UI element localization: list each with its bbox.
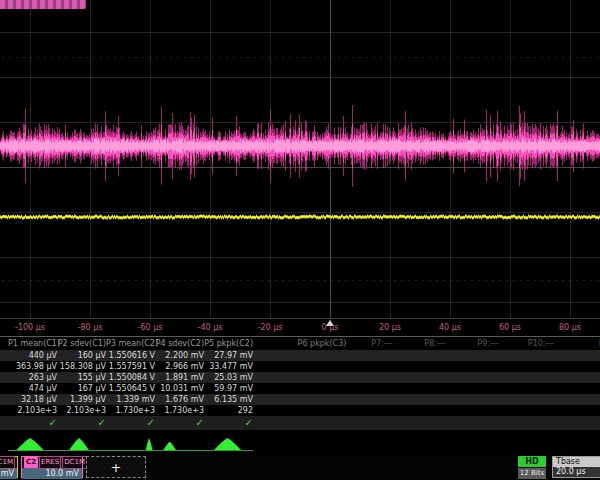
time-tick-label: -60 µs (138, 323, 163, 332)
param-header-row: P1 mean(C1)P2 sdev(C1)P3 mean(C2)P4 sdev… (0, 338, 600, 350)
stat-value: 1.557591 V (106, 361, 155, 372)
stat-row-num: 2.103e+32.103e+31.730e+31.730e+3292 (0, 405, 600, 416)
stat-value: 1.676 mV (155, 394, 204, 405)
stat-row-value: 440 µV160 µV1.550616 V2.200 mV27.97 mV (0, 350, 600, 361)
stat-value: 1.399 µV (57, 394, 106, 405)
stat-value: 33.477 mV (204, 361, 253, 372)
c2-channel-badge: C2 (24, 457, 38, 468)
stat-value: 1.730e+3 (155, 405, 204, 416)
histicon[interactable] (204, 436, 253, 453)
table-separator (0, 336, 600, 337)
time-tick-label: 0 µs (322, 323, 339, 332)
param-header[interactable]: P3 mean(C2) (106, 338, 155, 350)
oscilloscope-screen: -100 µs-80 µs-60 µs-40 µs-20 µs0 µs20 µs… (0, 0, 600, 480)
tbase-value: 20.0 µs (553, 467, 600, 477)
param-header-unused[interactable]: P9:--- (477, 338, 498, 350)
histicon-row (8, 436, 253, 453)
trace-annotation-tab[interactable] (0, 0, 86, 9)
param-header[interactable]: P2 sdev(C1) (57, 338, 106, 350)
stat-value: 155 µV (57, 372, 106, 383)
hd-mode-indicator[interactable]: HD 12 Bits (518, 456, 546, 479)
stat-value: 363.98 µV (8, 361, 57, 372)
stat-value: 27.97 mV (204, 350, 253, 361)
stat-value: 1.550616 V (106, 350, 155, 361)
stat-row-min: 263 µV155 µV1.550084 V1.891 mV25.03 mV (0, 372, 600, 383)
add-trace-button[interactable]: + (86, 456, 146, 478)
status-check-icon: ✓ (57, 416, 106, 430)
param-header-unused[interactable]: P6 pkpk(C3) (298, 338, 347, 350)
stat-value: 263 µV (8, 372, 57, 383)
bottom-bar: DC1M 0 mV C2 ERES DC1M 10.0 mV + HD 12 B… (0, 455, 600, 480)
stat-value: 1.550084 V (106, 372, 155, 383)
stat-value: 1.550645 V (106, 383, 155, 394)
param-header[interactable]: P1 mean(C1) (8, 338, 57, 350)
channel-c2-descriptor[interactable]: C2 ERES DC1M 10.0 mV (21, 456, 83, 478)
stat-value: 2.103e+3 (57, 405, 106, 416)
histicon[interactable] (57, 436, 106, 453)
status-check-icon: ✓ (106, 416, 155, 430)
stat-row-max: 474 µV167 µV1.550645 V10.031 mV59.97 mV (0, 383, 600, 394)
time-axis: -100 µs-80 µs-60 µs-40 µs-20 µs0 µs20 µs… (0, 318, 600, 337)
stat-value: 292 (204, 405, 253, 416)
param-header-unused[interactable]: P7:--- (371, 338, 392, 350)
status-check-icon: ✓ (204, 416, 253, 430)
timebase-descriptor[interactable]: Tbase 20.0 µs (552, 456, 600, 478)
stat-value: 158.308 µV (57, 361, 106, 372)
stat-value: 1.339 mV (106, 394, 155, 405)
histicon[interactable] (155, 436, 204, 453)
stat-row-status: ✓✓✓✓✓ (0, 416, 600, 430)
time-tick-label: -80 µs (78, 323, 103, 332)
stat-value: 474 µV (8, 383, 57, 394)
param-header-unused[interactable]: P8:--- (424, 338, 445, 350)
time-tick-label: 20 µs (379, 323, 401, 332)
param-header[interactable]: P4 sdev(C2) (155, 338, 204, 350)
hd-bits-label: 12 Bits (518, 468, 546, 479)
time-tick-label: -40 µs (198, 323, 223, 332)
stat-row-sdev: 32.18 µV1.399 µV1.339 mV1.676 mV6.135 mV (0, 394, 600, 405)
stat-value: 2.200 mV (155, 350, 204, 361)
stat-value: 2.103e+3 (8, 405, 57, 416)
measure-table: P1 mean(C1)P2 sdev(C1)P3 mean(C2)P4 sdev… (0, 338, 600, 430)
waveform-grid-area[interactable] (0, 0, 600, 318)
stat-value: 167 µV (57, 383, 106, 394)
time-tick-label: 80 µs (559, 323, 581, 332)
stat-row-mean: 363.98 µV158.308 µV1.557591 V2.966 mV33.… (0, 361, 600, 372)
stat-value: 440 µV (8, 350, 57, 361)
channel-c1-descriptor[interactable]: DC1M 0 mV (0, 456, 18, 478)
histicon[interactable] (8, 436, 57, 453)
status-check-icon: ✓ (8, 416, 57, 430)
tbase-label: Tbase (553, 457, 600, 467)
time-tick-label: -100 µs (15, 323, 45, 332)
stat-value: 1.891 mV (155, 372, 204, 383)
c1-vdiv-value: 0 mV (0, 468, 17, 479)
plus-icon: + (111, 460, 122, 475)
stat-value: 59.97 mV (204, 383, 253, 394)
c2-vdiv-value: 10.0 mV (22, 468, 82, 479)
time-tick-label: 60 µs (499, 323, 521, 332)
time-tick-label: -20 µs (258, 323, 283, 332)
stat-value: 160 µV (57, 350, 106, 361)
stat-value: 25.03 mV (204, 372, 253, 383)
stat-value: 10.031 mV (155, 383, 204, 394)
stat-value: 6.135 mV (204, 394, 253, 405)
stat-value: 32.18 µV (8, 394, 57, 405)
stat-value: 1.730e+3 (106, 405, 155, 416)
status-check-icon: ✓ (155, 416, 204, 430)
histicon[interactable] (106, 436, 155, 453)
hd-badge: HD (518, 456, 546, 467)
param-header[interactable]: P5 pkpk(C2) (204, 338, 253, 350)
time-tick-label: 40 µs (439, 323, 461, 332)
stat-value: 2.966 mV (155, 361, 204, 372)
param-header-unused[interactable]: P10:--- (528, 338, 554, 350)
